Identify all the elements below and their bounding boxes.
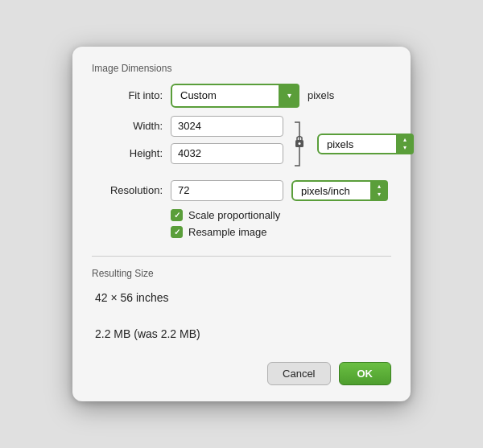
resample-image-checkbox[interactable] — [171, 226, 183, 238]
wh-group: Width: Height: — [92, 116, 391, 172]
fit-into-wrapper: Custom 640 × 480 800 × 600 1024 × 768 12… — [171, 84, 299, 108]
fit-into-label: Fit into: — [92, 89, 163, 101]
fit-into-select[interactable]: Custom 640 × 480 800 × 600 1024 × 768 12… — [171, 84, 299, 108]
lock-icon — [288, 116, 304, 172]
fit-into-unit-label: pixels — [308, 89, 334, 101]
resulting-filesize: 2.2 MB (was 2.2 MB) — [95, 325, 391, 343]
height-input[interactable] — [171, 143, 283, 164]
resulting-size-title: Resulting Size — [92, 268, 391, 279]
fit-into-row: Fit into: Custom 640 × 480 800 × 600 102… — [92, 84, 391, 108]
ok-button[interactable]: OK — [339, 362, 392, 385]
unit-select[interactable]: pixels inches cm mm — [317, 134, 414, 154]
scale-proportionally-row: Scale proportionally — [171, 209, 391, 221]
lock-bracket — [288, 116, 304, 172]
image-dimensions-title: Image Dimensions — [92, 63, 391, 74]
height-row: Height: — [92, 143, 283, 164]
resample-image-row: Resample image — [171, 226, 391, 238]
resolution-label: Resolution: — [92, 184, 163, 196]
resolution-row: Resolution: pixels/inch pixels/cm ▴ ▾ — [92, 180, 391, 201]
resulting-size-value: 42 × 56 inches 2.2 MB (was 2.2 MB) — [95, 289, 391, 343]
lock-and-unit: pixels inches cm mm ▴ ▾ — [283, 116, 414, 172]
height-label: Height: — [92, 147, 163, 159]
width-input[interactable] — [171, 116, 283, 137]
width-label: Width: — [92, 120, 163, 132]
resolution-unit-wrapper: pixels/inch pixels/cm ▴ ▾ — [291, 180, 388, 201]
wh-inputs: Width: Height: — [92, 116, 283, 172]
resulting-dimensions: 42 × 56 inches — [95, 289, 391, 306]
scale-proportionally-label: Scale proportionally — [188, 209, 280, 221]
unit-select-wrapper: pixels inches cm mm ▴ ▾ — [317, 134, 414, 154]
resulting-size-section: Resulting Size 42 × 56 inches 2.2 MB (wa… — [92, 257, 391, 354]
resolution-unit-select[interactable]: pixels/inch pixels/cm — [291, 180, 388, 201]
resolution-input[interactable] — [171, 180, 283, 201]
svg-point-1 — [299, 142, 301, 145]
dialog-footer: Cancel OK — [92, 362, 391, 385]
scale-proportionally-checkbox[interactable] — [171, 209, 183, 221]
resample-image-label: Resample image — [188, 226, 267, 238]
cancel-button[interactable]: Cancel — [267, 362, 330, 385]
image-dimensions-section: Image Dimensions Fit into: Custom 640 × … — [92, 63, 391, 257]
width-row: Width: — [92, 116, 283, 137]
image-dimensions-dialog: Image Dimensions Fit into: Custom 640 × … — [72, 47, 411, 401]
